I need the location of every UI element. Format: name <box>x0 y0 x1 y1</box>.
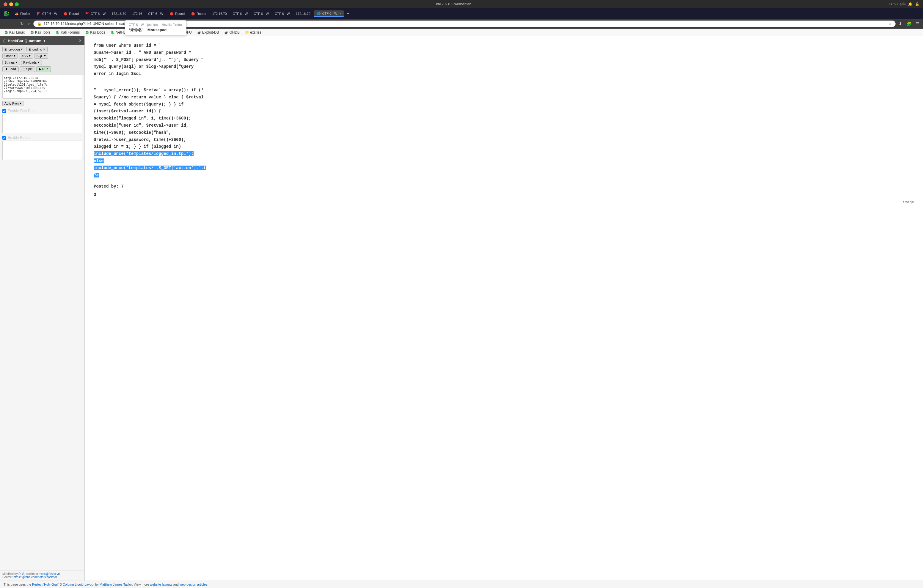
system-time: 11:53 下午 🔔 🔒 <box>889 2 920 7</box>
bookmark-ghdb[interactable]: 💣 GHDB <box>222 30 241 35</box>
bookmark-kali-linux[interactable]: 🐉 Kali Linux <box>2 30 26 35</box>
website-layouts-link[interactable]: website layouts <box>150 583 172 586</box>
auto-pwn-dropdown[interactable]: Auto-Pwn ▼ <box>2 101 24 106</box>
code-block-after: " . mysql_error()); $retval = array(); i… <box>94 87 914 179</box>
taskbar-ip-2[interactable]: 172.16 <box>130 11 145 16</box>
bookmark-kali-tools[interactable]: 🐉 Kali Tools <box>28 30 52 35</box>
mxcx-link[interactable]: mxcx@fosec.vn <box>39 572 60 575</box>
traffic-lights <box>3 2 19 6</box>
taskbar-ctf6-active[interactable]: 🌐 CTF 6 - W × <box>314 10 344 17</box>
encoding-arrow: ▼ <box>43 48 46 51</box>
strings-dropdown[interactable]: Strings ▼ <box>2 60 20 65</box>
hackbar-panel: ⬡ HackBar Quantum ▼ × Encryption ▼ Encod… <box>0 36 85 581</box>
page-content[interactable]: from user where user_id = ' $uname->user… <box>85 36 923 581</box>
taskbar-ctf6-6[interactable]: CTF 6 - W <box>273 11 292 16</box>
xss-dropdown[interactable]: XSS ▼ <box>19 53 33 59</box>
enable-referer-label: Enable Referer <box>8 136 32 140</box>
hackbar-row-2: Other ▼ XSS ▼ SQL ▼ <box>2 53 82 59</box>
load-icon: ⬇ <box>5 67 8 71</box>
payloads-dropdown[interactable]: Payloads ▼ <box>21 60 42 65</box>
other-dropdown[interactable]: Other ▼ <box>2 53 18 59</box>
forward-button[interactable]: → <box>11 21 17 27</box>
taskbar-ctf6-5[interactable]: CTF 6 - W <box>251 11 271 16</box>
load-button[interactable]: ⬇ Load <box>2 66 19 72</box>
tab-tooltip: CTF 6 - W... jets Inc. - Mozilla Firefox… <box>125 20 186 35</box>
payloads-arrow: ▼ <box>37 61 40 64</box>
enable-post-data-label: Enable Post Data <box>8 109 35 113</box>
enable-post-data-checkbox[interactable] <box>2 109 6 113</box>
hackbar-referer-input[interactable] <box>2 141 82 160</box>
maximize-window-button[interactable] <box>15 2 19 6</box>
bookmark-exsites[interactable]: 📁 exsites <box>243 30 263 35</box>
home-button[interactable]: ⌂ <box>27 21 31 27</box>
tooltip-header: CTF 6 - W... jets Inc. - Mozilla Firefox <box>129 23 182 26</box>
kali-icon: 🐉 <box>4 31 8 34</box>
holy-grail-link[interactable]: Perfect 'Holy Grail' 3 Column Liquid Lay… <box>32 583 94 586</box>
dls-link[interactable]: DLS <box>18 572 24 575</box>
hackbar-dropdown-arrow[interactable]: ▼ <box>43 39 46 43</box>
back-button[interactable]: ← <box>2 21 9 27</box>
sql-arrow: ▼ <box>43 54 46 57</box>
bookmark-kali-forums[interactable]: 🐉 Kali Forums <box>54 30 82 35</box>
kali-forums-icon: 🐉 <box>56 31 60 34</box>
run-icon: ▶ <box>39 67 41 71</box>
page-number: 3 <box>94 191 914 198</box>
taskbar-round-2[interactable]: 🔴 Round <box>167 11 187 16</box>
taskbar-firefox[interactable]: 🦊 Firefox <box>12 11 33 16</box>
code-divider <box>94 82 914 82</box>
hackbar-row-3: Strings ▼ Payloads ▼ <box>2 60 82 65</box>
reload-button[interactable]: ↻ <box>19 21 25 27</box>
hackbar-url-input[interactable]: http://172.16.70.141 /index.php?id=1%20U… <box>2 75 82 99</box>
hackbar-row-1: Encryption ▼ Encoding ▼ <box>2 47 82 52</box>
bookmark-exploit-db[interactable]: 💣 Exploit-DB <box>195 30 221 35</box>
nethunter-icon: 🐉 <box>111 31 115 34</box>
downloads-button[interactable]: ⬇ <box>897 21 903 27</box>
web-design-link[interactable]: web design articles <box>180 583 207 586</box>
taskbar-ip-1[interactable]: 172.16.70 <box>109 11 128 16</box>
taskbar-kali-icon[interactable]: 🐉 <box>2 10 11 17</box>
hackbar-post-data-input[interactable] <box>2 114 82 133</box>
extensions-button[interactable]: 🧩 <box>905 21 913 27</box>
enable-referer-checkbox[interactable] <box>2 136 6 140</box>
close-window-button[interactable] <box>3 2 7 6</box>
sql-dropdown[interactable]: SQL ▼ <box>34 53 48 59</box>
split-button[interactable]: ⊞ Split <box>20 66 35 72</box>
bookmark-star[interactable]: ☆ <box>889 22 892 26</box>
system-bar: kali202103 webseclab 11:53 下午 🔔 🔒 <box>0 0 923 8</box>
taskbar-ip-4[interactable]: 172.16.70 <box>294 11 313 16</box>
hackbar-title: ⬡ HackBar Quantum ▼ <box>3 39 46 43</box>
encryption-dropdown[interactable]: Encryption ▼ <box>2 47 25 52</box>
image-label: image <box>94 199 914 206</box>
encoding-dropdown[interactable]: Encoding ▼ <box>26 47 48 52</box>
hackbar-header: ⬡ HackBar Quantum ▼ × <box>0 36 84 45</box>
minimize-window-button[interactable] <box>9 2 13 6</box>
menu-button[interactable]: ☰ <box>915 21 921 27</box>
bookmark-kali-docs[interactable]: 🐉 Kali Docs <box>83 30 107 35</box>
taskbar-ip-3[interactable]: 172.16.70 <box>210 11 229 16</box>
hackbar-logo: ⬡ <box>3 39 6 43</box>
hackbar-row-4: ⬇ Load ⊞ Split ▶ Run <box>2 66 82 72</box>
taskbar-ctf6-2[interactable]: 🚩 CTF 6 - W <box>82 11 108 16</box>
kali-docs-icon: 🐉 <box>85 31 89 34</box>
auto-pwn-arrow: ▼ <box>19 102 22 105</box>
hackbar-close-button[interactable]: × <box>79 38 82 43</box>
highlighted-code-2: include_once('templates/'.$_GET['action'… <box>94 166 206 177</box>
main-area: ⬡ HackBar Quantum ▼ × Encryption ▼ Encod… <box>0 36 923 581</box>
hackbar-toolbar: Encryption ▼ Encoding ▼ Other ▼ XSS <box>0 45 84 75</box>
new-tab-button[interactable]: + <box>345 11 351 16</box>
run-button[interactable]: ▶ Run <box>36 66 51 72</box>
taskbar-ctf6-4[interactable]: CTF 6 - W <box>230 11 250 16</box>
github-link[interactable]: https://github.com/notdls/hackbar <box>13 575 57 579</box>
strings-arrow: ▼ <box>15 61 18 64</box>
taskbar-ctf6-3[interactable]: CTF 6 - W <box>146 11 166 16</box>
taskbar-round-3[interactable]: 🔴 Round <box>188 11 209 16</box>
taskbar-round-1[interactable]: 🔴 Round <box>61 11 81 16</box>
exsites-icon: 📁 <box>245 31 249 34</box>
taskbar: 🐉 🦊 Firefox 🚩 CTF 6 - W 🔴 Round 🚩 CTF 6 … <box>0 8 923 19</box>
taskbar-ctf6-1[interactable]: 🚩 CTF 6 - W <box>34 11 60 16</box>
posted-by: Posted by: 7 <box>94 183 914 190</box>
matthew-link[interactable]: Matthew James Taylor <box>100 583 132 586</box>
hackbar-footer-source: Source: https://github.com/notdls/hackba… <box>2 575 82 579</box>
code-block-before: from user where user_id = ' $uname->user… <box>94 42 914 77</box>
tooltip-title: *未命名1 - Mousepad <box>129 27 182 33</box>
